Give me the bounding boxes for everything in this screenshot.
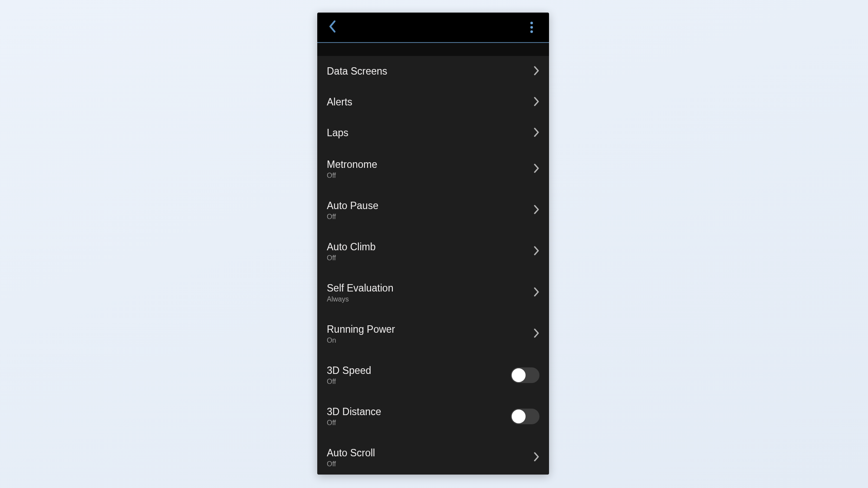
toggle-knob (512, 368, 526, 382)
item-running-power[interactable]: Running Power On (317, 313, 549, 354)
item-subtitle: Off (327, 213, 378, 221)
item-auto-climb[interactable]: Auto Climb Off (317, 231, 549, 272)
item-subtitle: Off (327, 172, 377, 180)
settings-screen: Data Screens Alerts Laps Metrono (317, 13, 549, 475)
toggle-3d-distance[interactable] (511, 409, 539, 424)
item-alerts[interactable]: Alerts (317, 87, 549, 118)
chevron-right-icon (533, 164, 539, 175)
chevron-right-icon (533, 287, 539, 298)
settings-list: Data Screens Alerts Laps Metrono (317, 56, 549, 475)
item-label: Running Power (327, 324, 395, 336)
item-self-evaluation[interactable]: Self Evaluation Always (317, 272, 549, 313)
item-label: Self Evaluation (327, 282, 393, 295)
chevron-right-icon (533, 328, 539, 340)
item-subtitle: Off (327, 419, 381, 427)
item-label: Metronome (327, 159, 377, 171)
item-label: Alerts (327, 96, 352, 108)
item-label: Auto Pause (327, 200, 378, 212)
item-subtitle: Always (327, 295, 393, 303)
chevron-right-icon (533, 205, 539, 216)
item-subtitle: Off (327, 254, 375, 262)
item-subtitle: Off (327, 378, 371, 386)
item-laps[interactable]: Laps (317, 118, 549, 148)
chevron-right-icon (533, 97, 539, 108)
kebab-icon (530, 21, 533, 34)
chevron-left-icon (329, 20, 337, 35)
item-auto-pause[interactable]: Auto Pause Off (317, 190, 549, 231)
item-3d-distance[interactable]: 3D Distance Off (317, 396, 549, 437)
item-label: 3D Distance (327, 406, 381, 418)
item-subtitle: Off (327, 460, 375, 468)
item-label: Laps (327, 127, 349, 139)
item-label: 3D Speed (327, 365, 371, 377)
toggle-3d-speed[interactable] (511, 367, 539, 383)
topbar (317, 13, 549, 43)
chevron-right-icon (533, 452, 539, 463)
section-spacer (317, 43, 549, 56)
item-subtitle: On (327, 337, 395, 344)
back-button[interactable] (325, 20, 341, 35)
chevron-right-icon (533, 128, 539, 139)
chevron-right-icon (533, 246, 539, 257)
item-label: Auto Scroll (327, 447, 375, 459)
chevron-right-icon (533, 66, 539, 77)
item-label: Data Screens (327, 66, 387, 78)
item-metronome[interactable]: Metronome Off (317, 148, 549, 190)
item-data-screens[interactable]: Data Screens (317, 56, 549, 87)
item-label: Auto Climb (327, 241, 375, 253)
item-auto-scroll[interactable]: Auto Scroll Off (317, 437, 549, 475)
toggle-knob (512, 409, 526, 423)
overflow-menu-button[interactable] (524, 20, 539, 35)
item-3d-speed[interactable]: 3D Speed Off (317, 354, 549, 396)
